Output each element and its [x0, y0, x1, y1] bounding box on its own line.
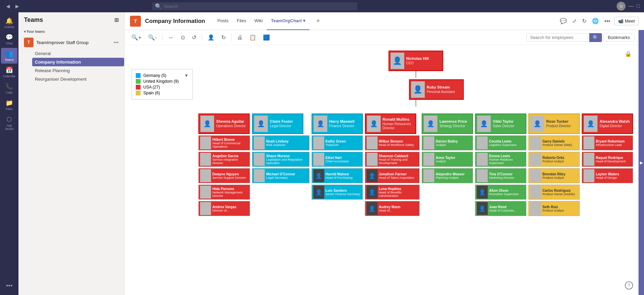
center-btn[interactable]: ⊙: [178, 33, 188, 42]
refresh-btn[interactable]: ↻: [219, 33, 228, 42]
staff-2-1[interactable]: Ethel HartChief Accountant: [312, 152, 363, 167]
staff-7-0[interactable]: Bryant RobertsonInfrastructure Lead: [582, 135, 633, 150]
sidebar-item-activity[interactable]: 🔔 Activity: [1, 15, 17, 31]
staff-6-0[interactable]: Garry DanielsProduct Owner (Web): [528, 135, 580, 150]
staff-6-4[interactable]: Seth RuizProduct Analyst: [528, 201, 580, 216]
tab-files[interactable]: Files: [233, 12, 250, 30]
team-group[interactable]: T TeamImprover Staff Group •••: [18, 36, 124, 49]
legend-item-spain[interactable]: Spain (6): [136, 91, 188, 95]
staff-7-2[interactable]: Layton WatersHead of Design: [582, 168, 633, 183]
staff-3-2[interactable]: 👤 Jonathon FarmerHead of Talent Acquisit…: [365, 168, 420, 183]
help-icon[interactable]: ?: [625, 281, 633, 290]
minimize-button[interactable]: —: [628, 3, 634, 9]
chat-icon-btn[interactable]: 💬: [558, 16, 568, 26]
more-options-btn[interactable]: •••: [603, 17, 612, 26]
print-btn[interactable]: 🖨: [234, 33, 245, 42]
reset-btn[interactable]: ↺: [189, 33, 199, 42]
staff-3-0[interactable]: Wilbur BensonHead of Workforce Safety: [365, 135, 420, 150]
channel-item-releaseplanning[interactable]: Release Planning: [32, 66, 124, 75]
staff-5-0[interactable]: Cecelia LewisLogistics Supervisor: [475, 135, 526, 150]
pa-node[interactable]: 👤 Ruby Stream Personal Assistant: [409, 79, 464, 100]
filter-icon[interactable]: ⊞: [114, 17, 119, 23]
bookmarks-button[interactable]: Bookmarks: [603, 33, 634, 42]
staff-1-0[interactable]: Noah LindseyRisk Assessor: [252, 135, 309, 150]
staff-0-1[interactable]: Angeline GarciaService Integration Direc…: [198, 152, 250, 167]
channel-item-reorganiser[interactable]: Reorganiser Development: [32, 75, 124, 83]
director-2[interactable]: 👤 Harry Maxwell Finance Director: [312, 113, 363, 134]
staff-7-1[interactable]: Raquel RodriqueHead of Development: [582, 152, 633, 167]
expand-icon-btn[interactable]: ⤢: [571, 16, 578, 26]
reload-icon-btn[interactable]: ↻: [581, 16, 588, 26]
tab-teamorgchart[interactable]: TeamOrgChart ▾: [267, 12, 310, 30]
team-more-icon[interactable]: •••: [114, 40, 119, 45]
search-employees-button[interactable]: 🔍: [589, 33, 602, 42]
staff-2-3[interactable]: 👤 Luis SandersSenior Finance Secretary: [312, 185, 363, 200]
staff-5-3[interactable]: 👤 Alton OlsonPromotion Supervisor: [475, 185, 526, 200]
staff-5-4[interactable]: 👤 Juan ReedHead of Customer...: [475, 201, 526, 216]
staff-0-0[interactable]: Hilbert BooneHead of Commercial Operatio…: [198, 135, 250, 150]
user-avatar[interactable]: U: [617, 2, 626, 11]
legend-arrow-germany[interactable]: ▼: [184, 73, 188, 78]
staff-3-4[interactable]: 👤 Audrey MannHead of...: [365, 201, 420, 216]
director-5[interactable]: 👤 Vikki Taylor Sales Director: [475, 113, 526, 134]
staff-5-1[interactable]: Donna LewisPartner Relations Supervisor: [475, 152, 526, 167]
forward-button[interactable]: ▶: [13, 3, 21, 10]
legend-item-germany[interactable]: Germany (5) ▼: [136, 73, 188, 78]
director-4[interactable]: 👤 Lawrence Price Strategy Director: [422, 113, 473, 134]
director-0[interactable]: 👤 Shewna Aguilar Operations Director: [198, 113, 250, 134]
dept-col-3: 👤 Ronald Mullins Human Resources Directo…: [365, 113, 420, 216]
sidebar-item-more[interactable]: •••: [1, 280, 17, 292]
tab-posts[interactable]: Posts: [213, 12, 233, 30]
zoom-in-btn[interactable]: 🔍+: [129, 33, 144, 42]
director-7[interactable]: 👤 Alexandra Walsh Digital Director: [582, 113, 633, 134]
sidebar-item-files[interactable]: 📁 Files: [1, 97, 17, 113]
add-tab-button[interactable]: +: [314, 12, 323, 30]
your-teams-label[interactable]: ▾ Your teams: [18, 28, 124, 36]
staff-0-2[interactable]: Dwayne NguyenService Support Director: [198, 168, 250, 183]
staff-0-3[interactable]: Hida ParsonsNetwork Management Director: [198, 185, 250, 200]
sidebar-item-teams[interactable]: 👥 Teams: [1, 48, 17, 64]
topbar-search-input[interactable]: [164, 4, 355, 9]
staff-6-1[interactable]: Roberto OrtizProduct Analyst: [528, 152, 580, 167]
copy-btn[interactable]: 📋: [247, 33, 259, 42]
staff-4-2[interactable]: Alejandro WeaverPlanning Analyst: [422, 168, 473, 183]
director-6[interactable]: 👤 Rose Tucker Product Director: [528, 113, 580, 134]
legend-item-usa[interactable]: USA (27): [136, 85, 188, 90]
staff-4-0[interactable]: Darren BaileyAnalyst: [422, 135, 473, 150]
dept-col-2: 👤 Harry Maxwell Finance Director Kathy G…: [312, 113, 363, 216]
ceo-node[interactable]: 👤 Nicholas Hill CEO: [389, 51, 443, 71]
orgchart-container[interactable]: Germany (5) ▼ United Kingdom (9) USA (27…: [124, 45, 639, 295]
channel-item-companyinfo[interactable]: Company Information: [32, 58, 124, 66]
pa-row: 👤 Ruby Stream Personal Assistant: [409, 79, 464, 100]
person-btn[interactable]: 👤: [205, 33, 217, 42]
staff-1-2[interactable]: Michael O'ConnorLegal Secretary: [252, 168, 309, 183]
director-3[interactable]: 👤 Ronald Mullins Human Resources Directo…: [365, 113, 416, 134]
staff-6-2[interactable]: Brendan RileyProduct Analyst: [528, 168, 580, 183]
teams-btn[interactable]: 🟦: [260, 33, 273, 42]
director-1[interactable]: 👤 Claire Foster Legal Director: [252, 113, 303, 134]
zoom-out-btn[interactable]: 🔍-: [145, 33, 159, 42]
right-collapse-bar[interactable]: ▶: [639, 30, 644, 295]
meet-button[interactable]: 📹 Meet: [614, 17, 639, 25]
staff-2-0[interactable]: Kathy GreenTreasurer: [312, 135, 363, 150]
sidebar-item-calls[interactable]: 📞 Calls: [1, 81, 17, 96]
staff-4-1[interactable]: Anne TaylorAnalyst: [422, 152, 473, 167]
globe-icon-btn[interactable]: 🌐: [591, 16, 600, 26]
staff-0-4[interactable]: Andrea VargasDirector of...: [198, 201, 250, 216]
sidebar-item-calendar[interactable]: 📅 Calendar: [1, 64, 17, 80]
staff-3-3[interactable]: 👤 Lena HopkinsHead of Benefits Administr…: [365, 185, 420, 200]
search-employees-input[interactable]: [526, 33, 588, 42]
sidebar-item-appstudio[interactable]: ⬡ App Studio: [1, 113, 17, 133]
back-button[interactable]: ◀: [4, 3, 12, 10]
staff-6-3[interactable]: Carlos RodriguezProduct Owner (Mobile): [528, 185, 580, 200]
staff-1-1[interactable]: Shane MorenoLegislation and Regulation S…: [252, 152, 309, 167]
legend-item-uk[interactable]: United Kingdom (9): [136, 79, 188, 84]
maximize-button[interactable]: □: [636, 3, 640, 9]
fit-btn[interactable]: ↔: [166, 33, 176, 42]
staff-2-2[interactable]: 👤 Harold MaloneHead of Purchasing: [312, 168, 363, 183]
sidebar-item-chat[interactable]: 💬 Chat: [1, 31, 17, 47]
staff-5-2[interactable]: Tina O'ConnorMarketing Director: [475, 168, 526, 183]
tab-wiki[interactable]: Wiki: [250, 12, 267, 30]
channel-item-general[interactable]: General: [32, 49, 124, 58]
staff-3-1[interactable]: Shannon CaldwellHead of Training and Dev…: [365, 152, 420, 167]
